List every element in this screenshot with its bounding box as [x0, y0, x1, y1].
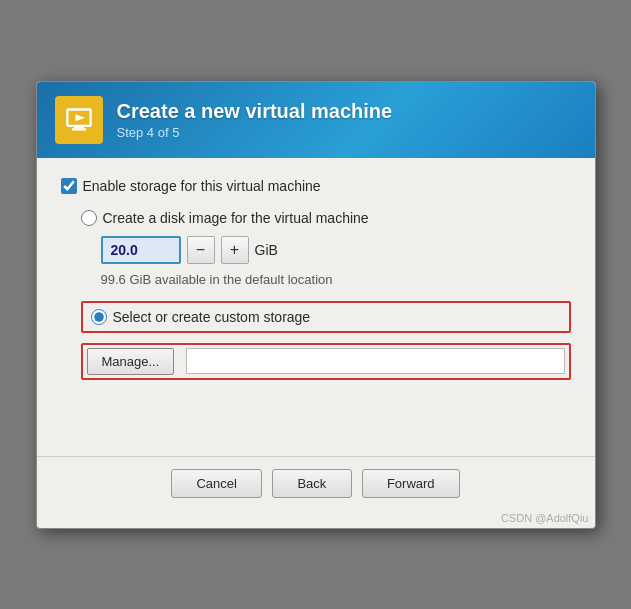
enable-storage-label: Enable storage for this virtual machine — [83, 178, 321, 194]
decrease-size-button[interactable]: − — [187, 236, 215, 264]
disk-size-row: − + GiB — [101, 236, 571, 264]
header-text: Create a new virtual machine Step 4 of 5 — [117, 100, 393, 140]
manage-button[interactable]: Manage... — [87, 348, 175, 375]
increase-size-button[interactable]: + — [221, 236, 249, 264]
custom-storage-radio[interactable] — [91, 309, 107, 325]
custom-storage-label: Select or create custom storage — [113, 309, 311, 325]
forward-button[interactable]: Forward — [362, 469, 460, 498]
vm-icon — [55, 96, 103, 144]
header: Create a new virtual machine Step 4 of 5 — [37, 82, 595, 158]
svg-rect-3 — [72, 128, 86, 130]
watermark: CSDN @AdolfQiu — [37, 510, 595, 528]
manage-row: Manage... — [81, 343, 571, 380]
dialog-title: Create a new virtual machine — [117, 100, 393, 123]
disk-image-radio-row: Create a disk image for the virtual mach… — [81, 210, 571, 226]
svg-rect-2 — [74, 125, 83, 127]
back-button[interactable]: Back — [272, 469, 352, 498]
disk-unit-label: GiB — [255, 242, 278, 258]
disk-size-input[interactable] — [101, 236, 181, 264]
disk-image-label: Create a disk image for the virtual mach… — [103, 210, 369, 226]
cancel-button[interactable]: Cancel — [171, 469, 261, 498]
dialog: Create a new virtual machine Step 4 of 5… — [36, 81, 596, 529]
storage-path-input[interactable] — [186, 348, 564, 374]
radio-section: Create a disk image for the virtual mach… — [81, 210, 571, 380]
dialog-subtitle: Step 4 of 5 — [117, 125, 393, 140]
svg-marker-1 — [75, 114, 84, 121]
custom-storage-radio-row: Select or create custom storage — [91, 309, 561, 325]
enable-storage-row: Enable storage for this virtual machine — [61, 178, 571, 194]
dialog-content: Enable storage for this virtual machine … — [37, 158, 595, 456]
enable-storage-checkbox[interactable] — [61, 178, 77, 194]
footer: Cancel Back Forward — [37, 456, 595, 510]
disk-image-radio[interactable] — [81, 210, 97, 226]
available-space-text: 99.6 GiB available in the default locati… — [101, 272, 571, 287]
custom-storage-container: Select or create custom storage — [81, 301, 571, 333]
